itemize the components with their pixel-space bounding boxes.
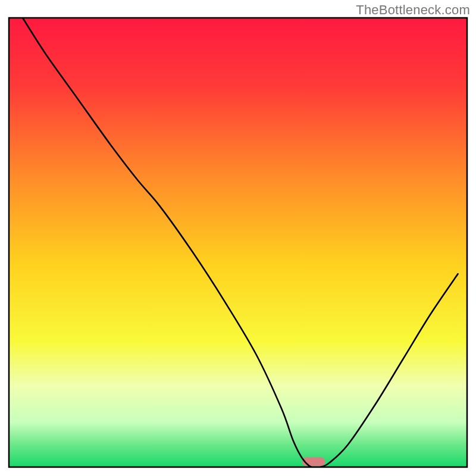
watermark-text: TheBottleneck.com [356, 2, 470, 18]
chart-container: { "watermark": "TheBottleneck.com", "cha… [0, 0, 476, 476]
bottleneck-chart [0, 0, 476, 476]
gradient-background [9, 18, 467, 467]
